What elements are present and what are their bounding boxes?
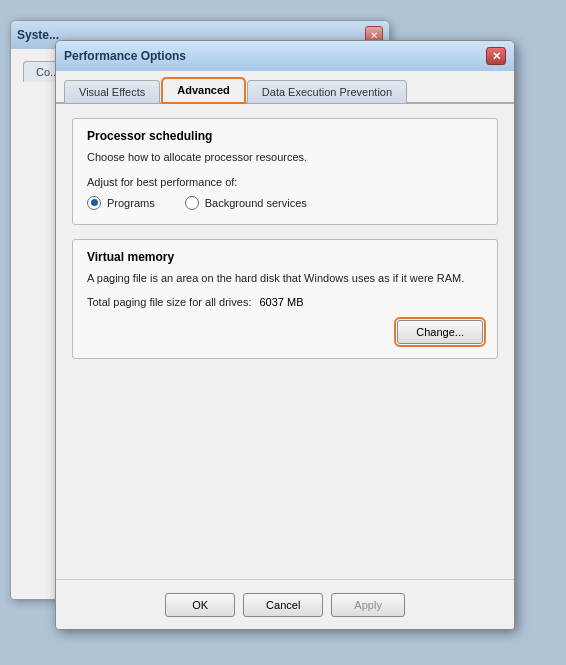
tab-strip: Visual Effects Advanced Data Execution P…: [56, 71, 514, 104]
radio-programs-label: Programs: [107, 197, 155, 209]
ok-button[interactable]: OK: [165, 593, 235, 617]
virtual-memory-section: Virtual memory A paging file is an area …: [72, 239, 498, 360]
radio-background-services[interactable]: Background services: [185, 196, 307, 210]
processor-scheduling-desc: Choose how to allocate processor resourc…: [87, 149, 483, 166]
paging-file-size-value: 6037 MB: [259, 296, 303, 308]
processor-scheduling-title: Processor scheduling: [87, 129, 483, 143]
radio-background-label: Background services: [205, 197, 307, 209]
radio-programs[interactable]: Programs: [87, 196, 155, 210]
change-btn-wrapper: Change...: [87, 320, 483, 344]
performance-options-dialog: Performance Options ✕ Visual Effects Adv…: [55, 40, 515, 630]
bg-window-title: Syste...: [17, 28, 59, 42]
paging-file-size-row: Total paging file size for all drives: 6…: [87, 296, 483, 308]
tab-visual-effects[interactable]: Visual Effects: [64, 80, 160, 103]
virtual-memory-desc: A paging file is an area on the hard dis…: [87, 270, 483, 287]
radio-programs-circle[interactable]: [87, 196, 101, 210]
radio-background-circle[interactable]: [185, 196, 199, 210]
dialog-titlebar: Performance Options ✕: [56, 41, 514, 71]
cancel-button[interactable]: Cancel: [243, 593, 323, 617]
tab-advanced[interactable]: Advanced: [162, 78, 245, 103]
dialog-title: Performance Options: [64, 49, 186, 63]
paging-file-size-label: Total paging file size for all drives:: [87, 296, 251, 308]
dialog-footer: OK Cancel Apply: [56, 579, 514, 629]
virtual-memory-title: Virtual memory: [87, 250, 483, 264]
apply-button[interactable]: Apply: [331, 593, 405, 617]
processor-scheduling-section: Processor scheduling Choose how to alloc…: [72, 118, 498, 225]
radio-group: Programs Background services: [87, 196, 483, 210]
tab-data-execution-prevention[interactable]: Data Execution Prevention: [247, 80, 407, 103]
adjust-label: Adjust for best performance of:: [87, 176, 483, 188]
dialog-close-button[interactable]: ✕: [486, 47, 506, 65]
change-button[interactable]: Change...: [397, 320, 483, 344]
dialog-content: Processor scheduling Choose how to alloc…: [56, 104, 514, 387]
